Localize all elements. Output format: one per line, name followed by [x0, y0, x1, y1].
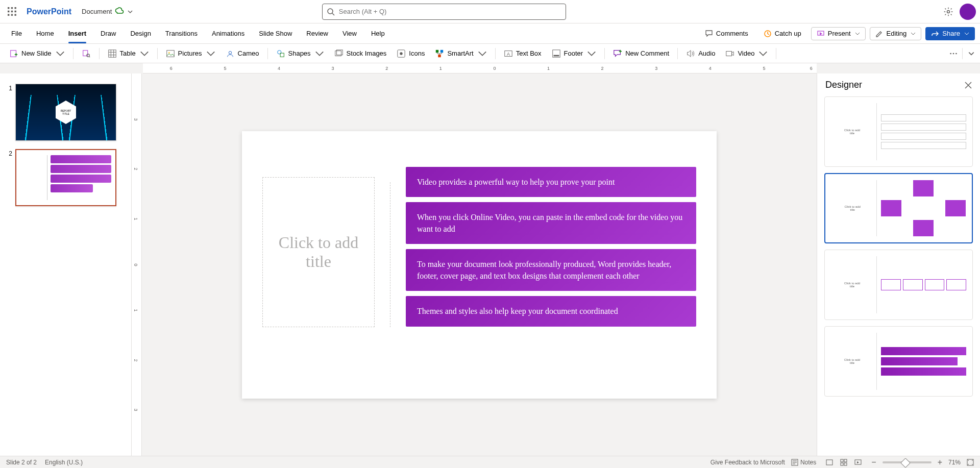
audio-icon [686, 49, 695, 58]
slide-canvas[interactable]: Click to add title Video provides a powe… [242, 131, 717, 399]
tab-draw[interactable]: Draw [94, 27, 122, 40]
separator [495, 48, 496, 59]
footer-icon [552, 49, 561, 58]
audio-button[interactable]: Audio [682, 47, 719, 60]
smartart-icon [435, 49, 444, 58]
search-input[interactable] [339, 8, 561, 15]
design-option-4[interactable]: Click to add title [824, 326, 973, 397]
chevron-down-icon [315, 49, 324, 58]
zoom-out[interactable]: − [871, 458, 876, 467]
content-box-3[interactable]: To make your document look professionall… [406, 249, 696, 291]
view-sorter[interactable] [837, 458, 851, 467]
view-toggle [822, 458, 865, 467]
content-box-4[interactable]: Themes and styles also help keep your do… [406, 296, 696, 326]
zoom-slider[interactable] [883, 461, 932, 463]
reuse-slides-button[interactable] [78, 47, 95, 60]
collapse-ribbon-icon[interactable] [968, 50, 975, 57]
svg-point-35 [953, 53, 954, 54]
tab-view[interactable]: View [336, 27, 363, 40]
share-button[interactable]: Share [925, 27, 975, 40]
footer-button[interactable]: Footer [548, 47, 601, 60]
svg-rect-3 [8, 10, 9, 12]
content-box-2[interactable]: When you click Online Video, you can pas… [406, 202, 696, 244]
divider [390, 182, 390, 327]
tab-animations[interactable]: Animations [206, 27, 251, 40]
table-label: Table [120, 50, 136, 57]
user-avatar[interactable] [960, 4, 976, 20]
tab-slideshow[interactable]: Slide Show [253, 27, 298, 40]
slide-thumb-2[interactable] [15, 149, 116, 206]
chevron-down-icon [587, 49, 596, 58]
ruler-vertical: 3 2 1 0 1 2 3 [132, 73, 142, 456]
search-icon [327, 8, 335, 16]
tab-review[interactable]: Review [300, 27, 334, 40]
zoom-in[interactable]: + [938, 458, 942, 467]
app-launcher[interactable] [4, 4, 20, 20]
chevron-down-icon [758, 49, 768, 58]
chevron-down-icon [478, 49, 487, 58]
new-slide-label: New Slide [21, 50, 52, 57]
svg-rect-33 [726, 51, 732, 56]
separator [99, 48, 100, 59]
shapes-button[interactable]: Shapes [272, 47, 328, 60]
view-normal[interactable] [822, 458, 837, 467]
status-slide[interactable]: Slide 2 of 2 [6, 459, 37, 466]
svg-rect-1 [11, 7, 13, 9]
svg-point-18 [168, 52, 170, 53]
svg-point-19 [229, 51, 231, 54]
zoom-level[interactable]: 71% [948, 459, 961, 466]
fit-icon[interactable] [967, 459, 974, 466]
catchup-button[interactable]: Catch up [758, 27, 807, 40]
tab-help[interactable]: Help [365, 27, 391, 40]
slide-thumbnails: 1 REPORT TITLE 2 [0, 73, 132, 456]
gear-icon[interactable] [943, 7, 953, 17]
view-slideshow[interactable] [851, 458, 865, 467]
tab-design[interactable]: Design [124, 27, 157, 40]
smartart-button[interactable]: SmartArt [431, 47, 491, 60]
slide-thumb-1[interactable]: REPORT TITLE [15, 84, 116, 141]
editing-label: Editing [887, 30, 907, 37]
new-comment-button[interactable]: New Comment [609, 47, 673, 60]
video-button[interactable]: Video [721, 47, 772, 60]
video-icon [725, 49, 734, 58]
svg-point-20 [277, 50, 281, 54]
notes-icon [791, 459, 798, 466]
document-name[interactable]: Document [82, 8, 112, 15]
status-language[interactable]: English (U.S.) [45, 459, 83, 466]
designer-pane: Designer Click to add title Click to add… [817, 73, 980, 456]
footer-label: Footer [564, 50, 583, 57]
table-button[interactable]: Table [104, 47, 153, 60]
cameo-button[interactable]: Cameo [222, 47, 263, 60]
separator [604, 48, 605, 59]
tab-file[interactable]: File [5, 27, 28, 40]
share-chevron-icon [964, 31, 969, 36]
more-icon[interactable] [949, 49, 958, 58]
present-icon [817, 30, 825, 38]
new-slide-icon [9, 49, 18, 58]
feedback-link[interactable]: Give Feedback to Microsoft [710, 459, 785, 466]
comments-button[interactable]: Comments [699, 27, 754, 40]
textbox-button[interactable]: A Text Box [500, 47, 546, 60]
notes-button[interactable]: Notes [791, 459, 816, 466]
pictures-button[interactable]: Pictures [162, 47, 219, 60]
content-box-1[interactable]: Video provides a powerful way to help yo… [406, 167, 696, 197]
design-option-2[interactable]: Click to add title [824, 173, 973, 243]
tab-transitions[interactable]: Transitions [159, 27, 204, 40]
search-box[interactable] [322, 4, 566, 20]
editing-button[interactable]: Editing [870, 27, 922, 40]
svg-rect-4 [11, 10, 13, 12]
icons-button[interactable]: Icons [393, 47, 429, 60]
design-option-3[interactable]: Click to add title [824, 250, 973, 320]
search-slides-icon [82, 49, 91, 58]
tab-insert[interactable]: Insert [62, 27, 92, 40]
stock-images-button[interactable]: Stock Images [330, 47, 391, 60]
table-icon [108, 49, 117, 58]
close-icon[interactable] [965, 82, 972, 89]
new-slide-button[interactable]: New Slide [5, 47, 69, 60]
present-button[interactable]: Present [811, 27, 866, 40]
tab-home[interactable]: Home [30, 27, 60, 40]
doc-chevron-icon[interactable] [127, 9, 133, 15]
title-placeholder[interactable]: Click to add title [262, 177, 375, 327]
svg-rect-2 [15, 7, 16, 9]
design-option-1[interactable]: Click to add title [824, 96, 973, 167]
